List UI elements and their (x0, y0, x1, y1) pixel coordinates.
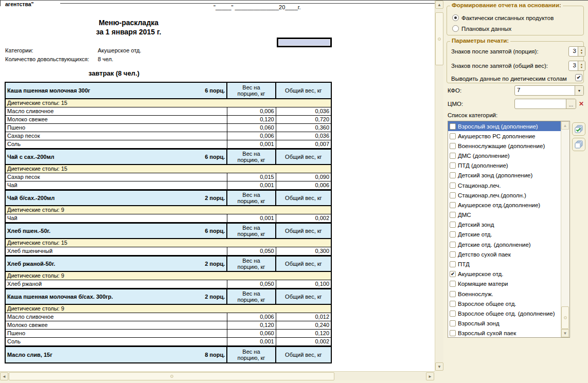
radio-actual-products[interactable]: Фактически списанных продуктов (452, 14, 554, 21)
section-title-cell[interactable]: Чай б/сах.-200мл2 порц. (6, 191, 227, 205)
decimals-portion-spinner[interactable]: 3 ▲▼ (568, 46, 585, 57)
category-list-item[interactable]: Взрослое общее отд. (448, 299, 561, 308)
category-list-item[interactable]: Взрослый зонд (448, 318, 561, 328)
diet-tables-row[interactable]: Диетические столы: 15 (6, 99, 331, 107)
section-title-cell[interactable]: Хлеб ржаной-50г.2 порц. (6, 257, 227, 271)
category-checkbox[interactable] (450, 162, 456, 169)
category-list-item[interactable]: Военнослуж. (448, 289, 561, 299)
section-title-cell[interactable]: Чай с сах.-200мл6 порц. (6, 150, 227, 164)
category-list-item[interactable]: Взрослый зонд (дополнение) (448, 121, 561, 131)
spinner-buttons[interactable]: ▲▼ (578, 47, 585, 56)
category-checkbox[interactable] (450, 281, 456, 287)
category-checkbox[interactable] (450, 123, 456, 130)
uncheck-all-button[interactable] (572, 138, 585, 151)
category-checkbox[interactable]: ✔ (450, 271, 456, 277)
diet-tables-row[interactable]: Диетические столы: 9 (6, 206, 331, 214)
section-header-row[interactable]: Чай б/сах.-200мл2 порц.Вес на порцию, кг… (6, 190, 331, 206)
category-checkbox[interactable] (450, 311, 456, 317)
category-list-item[interactable]: Детство сухой паек (448, 249, 561, 259)
category-checkbox[interactable] (450, 153, 456, 159)
category-checkbox[interactable] (450, 222, 456, 228)
category-list-item[interactable]: Детские отд. (448, 230, 561, 240)
section-header-row[interactable]: Каша пшенная молочная 300г6 порц.Вес на … (6, 83, 331, 99)
scroll-left-icon[interactable]: ◄ (0, 372, 8, 380)
scroll-down-icon[interactable]: ▼ (561, 329, 569, 337)
scroll-up-icon[interactable]: ▲ (561, 121, 569, 130)
scroll-down-icon[interactable]: ▼ (435, 362, 443, 371)
diet-tables-row[interactable]: Диетические столы: 15 (6, 239, 331, 247)
category-checkbox[interactable] (450, 261, 456, 267)
category-checkbox[interactable] (450, 251, 456, 258)
category-list-item[interactable]: Акушерство РС дополнение (448, 131, 561, 141)
ingredient-row[interactable]: Хлеб пшеничный0,0500,300 (6, 247, 331, 256)
decimals-portion-value[interactable]: 3 (569, 47, 578, 56)
section-title-cell[interactable]: Хлеб пшен.-50г.6 порц. (6, 224, 227, 238)
menu-table[interactable]: Каша пшенная молочная 300г6 порц.Вес на … (5, 82, 332, 363)
category-checkbox[interactable] (450, 330, 456, 336)
selected-spreadsheet-cell[interactable] (277, 38, 332, 47)
category-checkbox[interactable] (450, 301, 456, 307)
ingredient-row[interactable]: Молоко свежее0,1200,720 (6, 116, 331, 124)
section-header-row[interactable]: Масло слив, 15г8 порц.Вес на порцию, кгО… (6, 346, 331, 362)
ingredient-row[interactable]: Пшено0,0600,360 (6, 124, 331, 132)
list-scroll-thumb[interactable] (561, 306, 569, 329)
vertical-scroll-thumb[interactable] (435, 12, 443, 65)
section-header-row[interactable]: Хлеб пшен.-50г.6 порц.Вес на порцию, кгО… (6, 223, 331, 239)
category-list[interactable]: Взрослый зонд (дополнение)Акушерство РС … (448, 121, 570, 338)
category-checkbox[interactable] (450, 212, 456, 218)
document-vertical-scrollbar[interactable]: ▲ ▼ (435, 1, 443, 371)
report-document-view[interactable]: агентства" "_____" ______________20____г… (0, 1, 435, 371)
category-list-item[interactable]: ДМС (448, 210, 561, 220)
category-list-item[interactable]: ✔Акушерское отд. (448, 269, 561, 279)
section-header-row[interactable]: Хлеб ржаной-50г.2 порц.Вес на порцию, кг… (6, 256, 331, 272)
ingredient-row[interactable]: Масло сливочное0,0060,012 (6, 313, 331, 321)
category-list-item[interactable]: ПТД (448, 259, 561, 269)
category-checkbox[interactable] (450, 202, 456, 208)
diet-tables-checkbox[interactable]: ✔ (575, 74, 582, 81)
kfo-value[interactable]: 7 (515, 86, 575, 95)
ingredient-row[interactable]: Соль0,0010,002 (6, 338, 331, 346)
category-list-scrollbar[interactable]: ▲ ▼ (561, 121, 569, 337)
category-list-item[interactable]: ПТД (дополнение) (448, 161, 561, 171)
category-checkbox[interactable] (450, 231, 456, 238)
scroll-right-icon[interactable]: ► (426, 372, 434, 380)
ingredient-row[interactable]: Масло сливочное0,0060,036 (6, 107, 331, 116)
section-title-cell[interactable]: Каша пшенная молочная 300г6 порц. (6, 83, 227, 98)
horizontal-scroll-thumb[interactable] (9, 372, 334, 380)
category-checkbox[interactable] (450, 192, 456, 198)
category-checkbox[interactable] (450, 242, 456, 248)
diet-tables-row[interactable]: Диетические столы: 9 (6, 272, 331, 280)
category-checkbox[interactable] (450, 143, 456, 149)
category-checkbox[interactable] (450, 320, 456, 326)
category-list-item[interactable]: Стационар.леч.(дополн.) (448, 190, 561, 200)
category-list-item[interactable]: Стационар.леч. (448, 180, 561, 190)
category-list-item[interactable]: Детские отд. (дополнение) (448, 240, 561, 249)
category-list-item[interactable]: Взрослый сухой паек (448, 329, 561, 338)
category-checkbox[interactable] (450, 183, 456, 189)
category-list-item[interactable]: Взрослое общее отд. (дополнение) (448, 308, 561, 318)
ellipsis-button[interactable]: ... (566, 99, 576, 108)
decimals-total-value[interactable]: 3 (569, 61, 578, 70)
ingredient-row[interactable]: Молоко свежее0,1200,240 (6, 321, 331, 330)
cmo-field[interactable]: ... (514, 99, 576, 109)
ingredient-row[interactable]: Сахар песок0,0150,090 (6, 173, 331, 181)
section-header-row[interactable]: Чай с сах.-200мл6 порц.Вес на порцию, кг… (6, 149, 331, 165)
clear-x-icon[interactable]: ✕ (578, 100, 585, 108)
ingredient-row[interactable]: Хлеб ржаной0,0500,100 (6, 280, 331, 288)
category-list-item[interactable]: Военнослужащие (дополнение) (448, 141, 561, 151)
radio-icon[interactable] (452, 14, 459, 21)
ingredient-row[interactable]: Пшено0,0600,120 (6, 330, 331, 338)
category-checkbox[interactable] (450, 133, 456, 139)
ingredient-row[interactable]: Соль0,0010,007 (6, 140, 331, 149)
ingredient-row[interactable]: Чай0,0010,006 (6, 181, 331, 190)
diet-tables-row[interactable]: Диетические столы: 9 (6, 305, 331, 313)
section-title-cell[interactable]: Каша пшенная молочная б/сах. 300гр.2 пор… (6, 289, 227, 304)
radio-planned-data[interactable]: Плановых данных (452, 25, 511, 32)
diet-tables-row[interactable]: Диетические столы: 15 (6, 165, 331, 173)
kfo-combobox[interactable]: 7 ▼ (514, 85, 584, 96)
category-list-item[interactable]: Акушерское отд.(дополнение) (448, 200, 561, 210)
spinner-buttons[interactable]: ▲▼ (578, 61, 585, 70)
decimals-total-spinner[interactable]: 3 ▲▼ (568, 61, 585, 71)
check-all-button[interactable] (572, 122, 585, 136)
category-list-item[interactable]: Детский зонд (дополнение) (448, 171, 561, 180)
